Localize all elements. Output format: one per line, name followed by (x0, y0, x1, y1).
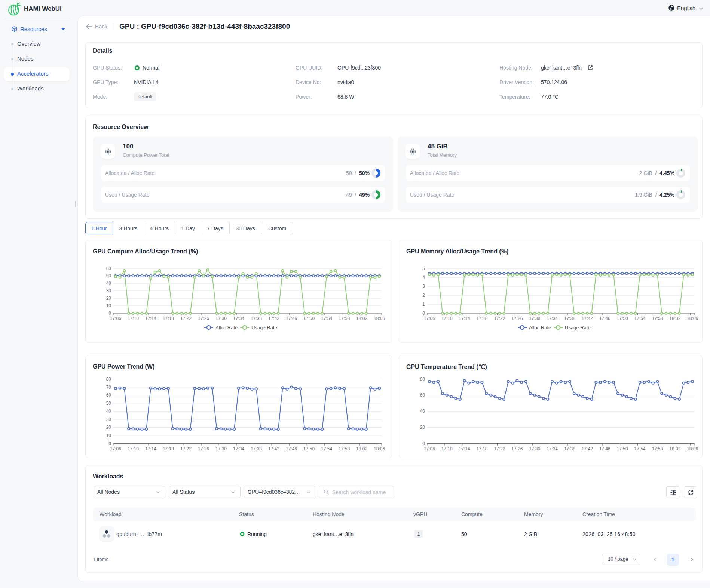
svg-text:18:06: 18:06 (687, 446, 698, 452)
svg-text:10: 10 (106, 433, 111, 438)
svg-text:Usage Rate: Usage Rate (565, 325, 591, 330)
svg-text:17:50: 17:50 (617, 316, 628, 321)
svg-text:Usage Rate: Usage Rate (251, 325, 277, 330)
svg-text:17:34: 17:34 (233, 316, 244, 321)
svg-text:17:46: 17:46 (286, 316, 297, 321)
svg-text:17:18: 17:18 (163, 446, 174, 452)
svg-text:17:30: 17:30 (529, 316, 540, 321)
svg-text:17:18: 17:18 (476, 446, 487, 452)
svg-text:17:54: 17:54 (634, 446, 645, 452)
svg-text:17:06: 17:06 (110, 446, 121, 452)
svg-text:20: 20 (420, 425, 425, 430)
svg-text:17:50: 17:50 (303, 316, 315, 321)
svg-text:17:34: 17:34 (233, 446, 244, 452)
svg-text:30: 30 (106, 417, 111, 422)
svg-text:20: 20 (106, 296, 111, 301)
svg-text:17:58: 17:58 (339, 446, 350, 452)
svg-text:60: 60 (420, 392, 425, 398)
svg-text:17:42: 17:42 (582, 316, 593, 321)
svg-text:17:42: 17:42 (268, 446, 279, 452)
svg-text:17:10: 17:10 (441, 316, 453, 321)
svg-text:Alloc Rate: Alloc Rate (215, 325, 238, 330)
svg-text:17:22: 17:22 (494, 446, 505, 452)
svg-text:50: 50 (106, 273, 111, 278)
svg-text:17:38: 17:38 (564, 446, 575, 452)
svg-text:17:54: 17:54 (321, 316, 332, 321)
svg-text:40: 40 (106, 409, 111, 414)
svg-text:17:26: 17:26 (511, 446, 523, 452)
svg-text:17:22: 17:22 (180, 446, 192, 452)
svg-text:17:14: 17:14 (459, 446, 470, 452)
svg-text:17:26: 17:26 (198, 316, 209, 321)
svg-text:0: 0 (422, 311, 425, 316)
svg-text:17:46: 17:46 (286, 446, 297, 452)
svg-text:17:22: 17:22 (494, 316, 505, 321)
svg-text:17:58: 17:58 (652, 446, 663, 452)
svg-text:40: 40 (420, 409, 425, 414)
svg-text:20: 20 (106, 425, 111, 430)
svg-text:17:14: 17:14 (459, 316, 470, 321)
svg-text:17:38: 17:38 (564, 316, 575, 321)
svg-text:17:38: 17:38 (251, 316, 262, 321)
svg-text:17:46: 17:46 (599, 316, 610, 321)
svg-text:18:06: 18:06 (687, 316, 698, 321)
svg-text:17:38: 17:38 (251, 446, 262, 452)
svg-text:2: 2 (422, 293, 425, 298)
svg-text:17:58: 17:58 (652, 316, 663, 321)
svg-text:60: 60 (106, 392, 111, 398)
svg-text:17:54: 17:54 (634, 316, 645, 321)
svg-text:0: 0 (108, 311, 111, 316)
svg-text:18:02: 18:02 (669, 316, 680, 321)
svg-text:18:02: 18:02 (669, 446, 680, 452)
svg-text:17:06: 17:06 (424, 446, 435, 452)
svg-text:17:34: 17:34 (547, 316, 558, 321)
svg-text:17:10: 17:10 (441, 446, 453, 452)
svg-text:Alloc Rate: Alloc Rate (529, 325, 551, 330)
svg-text:17:58: 17:58 (339, 316, 350, 321)
svg-text:17:18: 17:18 (163, 316, 174, 321)
svg-text:17:26: 17:26 (511, 316, 523, 321)
svg-text:80: 80 (420, 376, 425, 382)
svg-text:17:10: 17:10 (128, 316, 139, 321)
svg-text:18:06: 18:06 (374, 316, 385, 321)
svg-text:18:02: 18:02 (356, 446, 367, 452)
svg-text:17:22: 17:22 (180, 316, 192, 321)
svg-text:17:34: 17:34 (547, 446, 558, 452)
svg-text:60: 60 (106, 266, 111, 271)
svg-text:30: 30 (106, 288, 111, 293)
svg-text:17:50: 17:50 (303, 446, 315, 452)
svg-text:0: 0 (422, 441, 425, 446)
svg-text:17:18: 17:18 (476, 316, 487, 321)
svg-text:18:06: 18:06 (374, 446, 385, 452)
svg-text:17:54: 17:54 (321, 446, 332, 452)
svg-text:3: 3 (422, 284, 425, 289)
svg-text:4: 4 (422, 275, 425, 280)
svg-text:40: 40 (106, 281, 111, 286)
svg-text:50: 50 (106, 401, 111, 406)
svg-text:17:30: 17:30 (529, 446, 540, 452)
svg-text:17:10: 17:10 (128, 446, 139, 452)
svg-text:17:30: 17:30 (215, 316, 227, 321)
svg-text:1: 1 (422, 302, 425, 307)
svg-text:17:06: 17:06 (424, 316, 435, 321)
svg-text:17:46: 17:46 (599, 446, 610, 452)
svg-text:17:14: 17:14 (145, 446, 156, 452)
svg-text:18:02: 18:02 (356, 316, 367, 321)
svg-text:80: 80 (106, 376, 111, 382)
svg-text:17:50: 17:50 (617, 446, 628, 452)
svg-text:5: 5 (422, 266, 425, 271)
svg-text:17:06: 17:06 (110, 316, 121, 321)
svg-text:17:42: 17:42 (582, 446, 593, 452)
svg-text:0: 0 (108, 441, 111, 446)
svg-text:17:30: 17:30 (215, 446, 227, 452)
svg-text:17:14: 17:14 (145, 316, 156, 321)
svg-text:17:42: 17:42 (268, 316, 279, 321)
svg-text:10: 10 (106, 303, 111, 308)
svg-text:70: 70 (106, 385, 111, 390)
svg-text:17:26: 17:26 (198, 446, 209, 452)
